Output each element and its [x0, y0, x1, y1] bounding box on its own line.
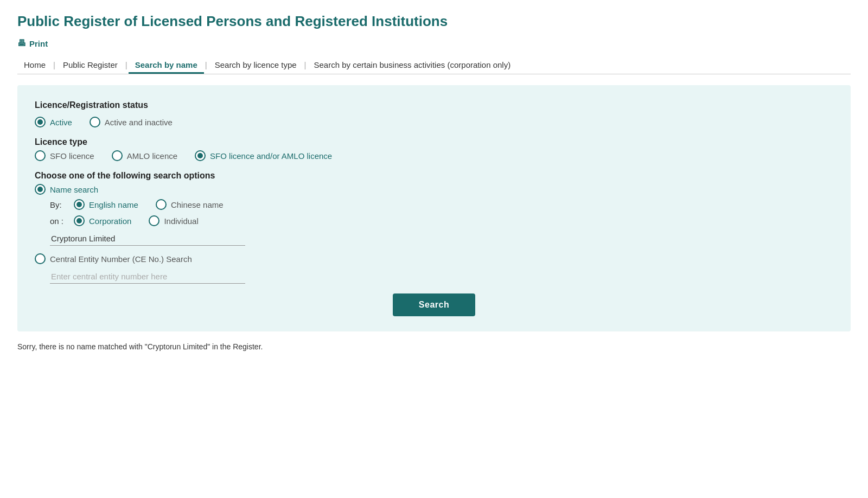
- print-link[interactable]: 🖶 Print: [17, 39, 48, 48]
- ce-search-radio[interactable]: [35, 253, 46, 264]
- licence-sfo-option[interactable]: SFO licence: [35, 150, 94, 161]
- individual-radio[interactable]: [149, 215, 159, 226]
- print-label: Print: [29, 39, 48, 48]
- chinese-name-label: Chinese name: [171, 200, 224, 209]
- nav-sep-4: |: [303, 60, 308, 69]
- by-row: By: English name Chinese name: [50, 199, 833, 210]
- result-message: Sorry, there is no name matched with "Cr…: [17, 342, 851, 351]
- name-search-row: Name search: [35, 184, 833, 195]
- nav-sep-1: |: [52, 60, 56, 69]
- name-search-label: Name search: [50, 185, 98, 194]
- individual-option[interactable]: Individual: [149, 215, 198, 226]
- print-icon: 🖶: [17, 39, 26, 48]
- licence-sfo-amlo-radio[interactable]: [195, 150, 206, 161]
- name-input-wrapper: [50, 232, 833, 246]
- search-options-label: Choose one of the following search optio…: [35, 171, 833, 181]
- corporation-radio[interactable]: [74, 215, 85, 226]
- nav-sep-3: |: [204, 60, 208, 69]
- licence-sfo-label: SFO licence: [50, 151, 94, 161]
- licence-type-label: Licence type: [35, 137, 833, 147]
- on-label: on :: [50, 216, 69, 226]
- search-button[interactable]: Search: [393, 293, 475, 316]
- name-search-radio[interactable]: [35, 184, 46, 195]
- corporation-option[interactable]: Corporation: [74, 215, 131, 226]
- status-active-radio[interactable]: [35, 117, 46, 127]
- nav-search-by-licence[interactable]: Search by licence type: [208, 56, 303, 74]
- name-search-option[interactable]: Name search: [35, 184, 98, 195]
- individual-label: Individual: [164, 216, 198, 226]
- on-row: on : Corporation Individual: [50, 215, 833, 226]
- licence-amlo-option[interactable]: AMLO licence: [112, 150, 177, 161]
- status-active-inactive-radio[interactable]: [90, 117, 100, 127]
- nav-home[interactable]: Home: [17, 56, 52, 74]
- status-options-row: Active Active and inactive: [35, 117, 833, 127]
- nav-search-by-business[interactable]: Search by certain business activities (c…: [308, 56, 518, 74]
- page-title: Public Register of Licensed Persons and …: [17, 13, 851, 30]
- by-label: By:: [50, 200, 69, 209]
- name-type-options: English name Chinese name: [74, 199, 224, 210]
- status-active-inactive-option[interactable]: Active and inactive: [90, 117, 173, 127]
- licence-amlo-label: AMLO licence: [127, 151, 177, 161]
- licence-sfo-amlo-option[interactable]: SFO licence and/or AMLO licence: [195, 150, 332, 161]
- chinese-name-option[interactable]: Chinese name: [156, 199, 224, 210]
- status-active-inactive-label: Active and inactive: [105, 118, 173, 127]
- english-name-option[interactable]: English name: [74, 199, 138, 210]
- chinese-name-radio[interactable]: [156, 199, 167, 210]
- nav-sep-2: |: [124, 60, 129, 69]
- main-nav: Home | Public Register | Search by name …: [17, 56, 851, 74]
- licence-sfo-amlo-label: SFO licence and/or AMLO licence: [210, 151, 332, 161]
- ce-search-label: Central Entity Number (CE No.) Search: [50, 254, 192, 264]
- search-form-panel: Licence/Registration status Active Activ…: [17, 85, 851, 331]
- licence-amlo-radio[interactable]: [112, 150, 123, 161]
- licence-type-options-row: SFO licence AMLO licence SFO licence and…: [35, 150, 833, 161]
- entity-type-options: Corporation Individual: [74, 215, 199, 226]
- search-btn-row: Search: [35, 293, 833, 316]
- licence-sfo-radio[interactable]: [35, 150, 46, 161]
- licence-status-label: Licence/Registration status: [35, 100, 833, 110]
- ce-input-wrapper: [50, 270, 833, 284]
- ce-search-option[interactable]: Central Entity Number (CE No.) Search: [35, 253, 192, 264]
- nav-public-register[interactable]: Public Register: [56, 56, 124, 74]
- corporation-label: Corporation: [89, 216, 131, 226]
- english-name-radio[interactable]: [74, 199, 85, 210]
- ce-search-input[interactable]: [50, 270, 245, 284]
- status-active-option[interactable]: Active: [35, 117, 72, 127]
- status-active-label: Active: [50, 118, 72, 127]
- ce-search-row: Central Entity Number (CE No.) Search: [35, 253, 833, 264]
- english-name-label: English name: [89, 200, 138, 209]
- name-search-input[interactable]: [50, 232, 245, 246]
- nav-search-by-name[interactable]: Search by name: [129, 56, 204, 74]
